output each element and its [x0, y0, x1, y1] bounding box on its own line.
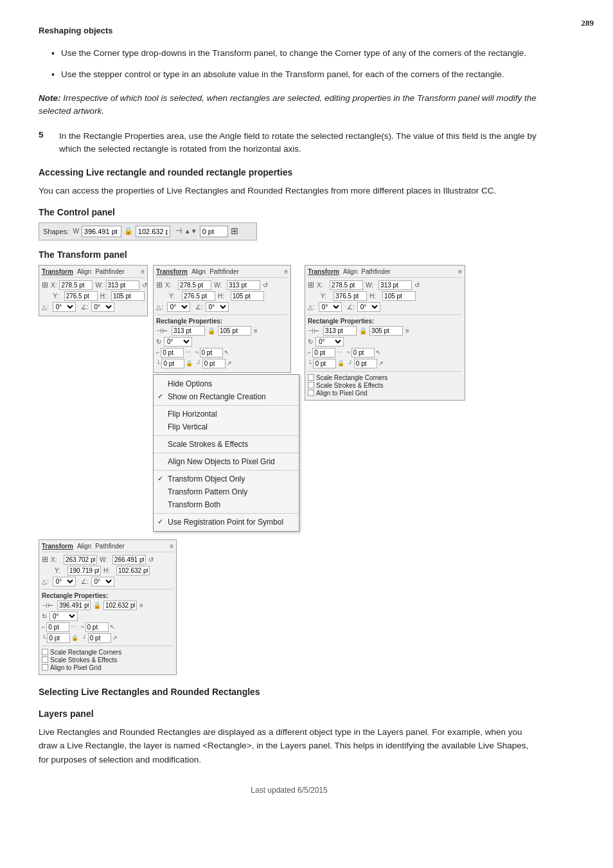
tp-tab-align[interactable]: Align [77, 268, 91, 275]
checkbox-scale-strokes[interactable] [308, 382, 314, 388]
w-input[interactable] [82, 226, 121, 237]
pt-input[interactable] [200, 226, 228, 237]
tp-angle7-select[interactable]: 0° [49, 611, 78, 621]
tp-tab-transform2[interactable]: Transform [156, 268, 188, 275]
h-input[interactable] [136, 226, 170, 237]
tp-dots3-icon: ⋯ [337, 349, 342, 356]
tp-y4-input[interactable] [67, 566, 101, 575]
dm-flip-horizontal[interactable]: Flip Horizontal [154, 408, 299, 420]
stepper-icon[interactable]: ▲▼ [184, 228, 197, 235]
tp-angle-select[interactable]: 0° [53, 302, 76, 312]
tp-h7-input[interactable] [103, 601, 137, 610]
align-left-icon[interactable]: ⊣ [175, 226, 182, 236]
tp-menu-icon3[interactable]: ≡ [458, 268, 462, 275]
tp-w4-input[interactable] [378, 280, 412, 290]
tp-corner5-label: ⌐ [308, 349, 311, 356]
tp-c5-input[interactable] [312, 348, 335, 357]
tp-angle2-select[interactable]: 0° [167, 302, 190, 312]
tp-c3-input[interactable] [161, 359, 184, 368]
tp-w3-input[interactable] [172, 326, 205, 336]
tp-x3-input[interactable] [330, 280, 363, 290]
tp-w-input[interactable] [106, 280, 139, 290]
tp-c9-input[interactable] [46, 622, 69, 632]
tp-x2-input[interactable] [178, 280, 211, 290]
tp-w6-input[interactable] [112, 555, 146, 565]
dm-align-objects[interactable]: Align New Objects to Pixel Grid [154, 455, 299, 468]
tp-angle5-select[interactable]: 0° [315, 337, 344, 347]
tp-lock4[interactable]: 🔒 [359, 327, 367, 334]
tp-y2-input[interactable] [182, 291, 215, 301]
tp-c12-input[interactable] [88, 633, 111, 643]
tp-shear-select[interactable]: 0° [91, 302, 114, 312]
tp-h4-input[interactable] [382, 291, 416, 301]
tp-h3-input[interactable] [218, 326, 251, 336]
tp-h2-label: H: [218, 293, 228, 300]
panels-row-1: Transform Align Pathfinder ≡ ⊞ X: W: ↺ Y… [39, 265, 540, 532]
tp-c11-input[interactable] [47, 633, 70, 643]
tp-c8-input[interactable] [354, 359, 377, 368]
tp-c7-input[interactable] [313, 359, 336, 368]
tp-tab-align3[interactable]: Align [343, 268, 357, 275]
tp-angle4-select[interactable]: 0° [319, 302, 342, 312]
lock-icon[interactable]: 🔒 [124, 227, 133, 236]
tp-shear6-select[interactable]: 0° [91, 577, 114, 586]
dm-show-on-creation[interactable]: Show on Rectangle Creation [154, 390, 299, 403]
tp-c10-input[interactable] [85, 622, 109, 632]
tp-lock5-icon[interactable]: 🔒 [337, 360, 344, 366]
checkbox-pixel-grid[interactable] [308, 390, 314, 396]
numbered-item-5: 5 In the Rectangle Properties area, use … [39, 130, 540, 156]
dm-transform-both[interactable]: Transform Both [154, 498, 299, 511]
tp-c1-input[interactable] [161, 348, 184, 357]
tp-x4-input[interactable] [64, 555, 97, 565]
tp-c2-input[interactable] [200, 348, 223, 357]
dm-scale-strokes[interactable]: Scale Strokes & Effects [154, 438, 299, 451]
tp-lock2[interactable]: 🔒 [208, 327, 215, 334]
tp-tab-pathfinder2[interactable]: Pathfinder [209, 268, 239, 275]
checkbox-scale-corners2[interactable] [42, 649, 48, 655]
tp-tab-pathfinder[interactable]: Pathfinder [95, 268, 125, 275]
tp-y-input[interactable] [64, 291, 98, 301]
tp-lock3-icon[interactable]: 🔒 [186, 360, 193, 366]
tp-h6-input[interactable] [116, 566, 150, 575]
checkbox-pixel-grid2[interactable] [42, 664, 48, 671]
bullet-item-2: Use the stepper control or type in an ab… [39, 68, 540, 82]
tp-y4-label: Y: [55, 567, 65, 574]
checkbox-scale-strokes2[interactable] [42, 656, 48, 663]
dm-hide-options[interactable]: Hide Options [154, 377, 299, 390]
tp-tab-pathfinder4[interactable]: Pathfinder [95, 543, 125, 550]
tp-corner3-label: └ [156, 360, 160, 366]
tp-w5-input[interactable] [323, 326, 357, 336]
tp-c4-input[interactable] [202, 359, 226, 368]
tp-tab-align2[interactable]: Align [191, 268, 206, 275]
tp-angle3-select[interactable]: 0° [164, 337, 192, 347]
tp-shear2-select[interactable]: 0° [206, 302, 229, 312]
tp-h2-input[interactable] [231, 291, 264, 301]
tp-tab-transform3[interactable]: Transform [308, 268, 339, 275]
tp-h-input[interactable] [111, 291, 145, 301]
tp-h5-input[interactable] [369, 326, 403, 336]
tp-corner10-label: ¬ [80, 624, 84, 630]
tp-tab-transform4[interactable]: Transform [42, 543, 73, 550]
tp-angle6-select[interactable]: 0° [53, 577, 76, 586]
dm-flip-vertical[interactable]: Flip Vertical [154, 420, 299, 433]
transform-panel-right: Transform Align Pathfinder ≡ ⊞ X: W: ↺ Y… [305, 265, 465, 401]
checkbox-row-5: Scale Strokes & Effects [42, 656, 173, 664]
dm-use-registration[interactable]: Use Registration Point for Symbol [154, 516, 299, 529]
tp-menu-icon4[interactable]: ≡ [170, 543, 173, 550]
tp-c6-input[interactable] [351, 348, 375, 357]
tp-x-input[interactable] [59, 280, 93, 290]
tp-tab-pathfinder3[interactable]: Pathfinder [361, 268, 391, 275]
tp-shear4-select[interactable]: 0° [357, 302, 380, 312]
dm-transform-pattern[interactable]: Transform Pattern Only [154, 485, 299, 498]
tp-tab-transform[interactable]: Transform [42, 268, 73, 275]
tp-tab-align4[interactable]: Align [77, 543, 91, 550]
tp-lock6[interactable]: 🔒 [93, 602, 101, 609]
dm-transform-object[interactable]: Transform Object Only [154, 473, 299, 485]
tp-w2-input[interactable] [227, 280, 260, 290]
tp-menu-icon[interactable]: ≡ [141, 268, 145, 275]
tp-menu-icon2[interactable]: ≡ [284, 268, 288, 275]
checkbox-scale-corners[interactable] [308, 374, 314, 381]
tp-w7-input[interactable] [57, 601, 91, 610]
tp-y3-input[interactable] [333, 291, 367, 301]
tp-lock7-icon[interactable]: 🔒 [71, 635, 78, 641]
